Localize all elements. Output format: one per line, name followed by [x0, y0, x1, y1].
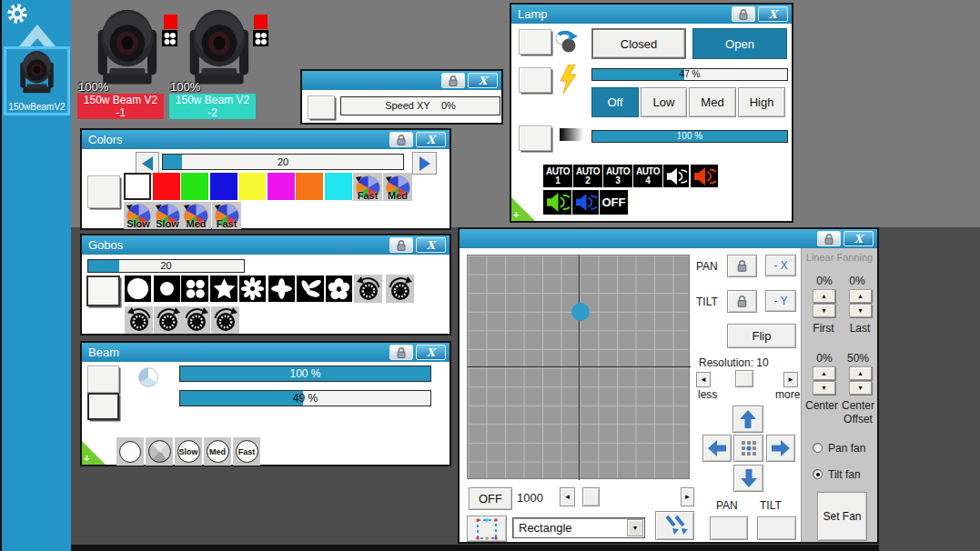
nudge-left-button[interactable] — [702, 435, 732, 462]
offset-spin-up[interactable]: ▲ — [849, 366, 872, 380]
dropdown-arrow-button[interactable]: ▼ — [627, 519, 643, 536]
prism-facet-button[interactable] — [146, 437, 173, 466]
offset-spin-down[interactable]: ▼ — [849, 381, 872, 395]
center-spin-down[interactable]: ▼ — [813, 381, 835, 395]
set-fan-button[interactable]: Set Fan — [817, 492, 867, 541]
last-spin-down[interactable]: ▼ — [849, 304, 872, 317]
strobe-high-button[interactable]: High — [738, 87, 785, 117]
speaker-red-icon[interactable] — [691, 165, 718, 187]
speaker-white-icon[interactable] — [663, 165, 689, 187]
color-swatch-orange[interactable] — [296, 173, 323, 200]
close-button[interactable]: X — [416, 345, 446, 360]
center-spin-up[interactable]: ▲ — [813, 366, 835, 380]
gobo-open-button[interactable] — [86, 276, 120, 306]
nudge-right-button[interactable] — [766, 435, 795, 462]
close-button[interactable]: X — [416, 132, 446, 147]
fixture-thumbnail[interactable]: 150wBeamV2 — [4, 46, 70, 115]
gobo-four-dots-button[interactable] — [181, 276, 208, 302]
pan-value-button[interactable] — [710, 516, 748, 540]
color-next-button[interactable] — [412, 152, 437, 175]
xy-grid[interactable] — [467, 255, 690, 479]
sound-auto-4-button[interactable]: AUTO 4 — [633, 165, 662, 187]
speaker-blue-icon[interactable] — [572, 190, 599, 215]
speed-xy-titlebar[interactable]: X — [302, 71, 501, 90]
movement-off-button[interactable]: OFF — [469, 487, 512, 510]
shutter-flash-button[interactable] — [519, 29, 551, 55]
pan-lock-button[interactable] — [727, 255, 757, 277]
prism-open-button[interactable] — [116, 437, 144, 466]
fixture-2[interactable]: 100% 150w Beam V2 -2 — [169, 4, 260, 122]
prism-med-button[interactable]: Med — [204, 437, 231, 466]
color-wheel-fast-button[interactable]: Fast — [353, 173, 382, 201]
fixture-1-name-tag[interactable]: 150w Beam V2 -1 — [77, 94, 164, 119]
minus-y-button[interactable]: - Y — [765, 290, 796, 312]
color-swatch-cyan[interactable] — [325, 173, 352, 200]
resolution-thumb[interactable] — [735, 370, 753, 387]
strobe-off-button[interactable]: Off — [591, 87, 639, 117]
fixture-2-status-color[interactable] — [254, 15, 268, 29]
strobe-slider[interactable]: 47 % — [591, 68, 788, 81]
gobo-cross-button[interactable] — [268, 276, 295, 302]
gobo-rotate-ccw-button[interactable] — [354, 275, 382, 303]
resize-handle[interactable]: + — [511, 197, 535, 221]
color-wheel-slow-ccw-button[interactable]: Slow — [124, 202, 153, 229]
pantilt-titlebar[interactable]: X — [460, 229, 877, 248]
speed-xy-flash-button[interactable] — [308, 95, 335, 119]
position-dot[interactable] — [571, 303, 590, 321]
beam-flash-button-2[interactable] — [87, 393, 119, 420]
color-scroll-slider[interactable]: 20 — [162, 154, 404, 170]
speed-right-arrow[interactable]: ► — [681, 487, 694, 506]
minus-x-button[interactable]: - X — [765, 255, 796, 276]
beam-zoom-slider[interactable]: 49 % — [179, 390, 431, 406]
close-button[interactable]: X — [416, 237, 446, 253]
fixture-2-name-tag[interactable]: 150w Beam V2 -2 — [169, 94, 256, 119]
shutter-open-button[interactable]: Open — [692, 28, 787, 59]
strobe-med-button[interactable]: Med — [689, 87, 736, 117]
color-swatch-green[interactable] — [181, 173, 208, 200]
apply-shape-button[interactable] — [655, 511, 694, 540]
speed-xy-slider[interactable]: Speed XY 0% — [340, 96, 500, 115]
lock-button[interactable] — [389, 132, 413, 147]
color-swatch-yellow[interactable] — [238, 173, 266, 200]
beam-flash-button-1[interactable] — [87, 366, 119, 393]
beam-titlebar[interactable]: Beam X — [82, 343, 450, 362]
speed-thumb[interactable] — [582, 487, 600, 506]
tilt-fan-radio[interactable] — [813, 469, 823, 479]
nudge-up-button[interactable] — [732, 406, 763, 433]
color-swatch-white[interactable] — [124, 173, 151, 200]
close-button[interactable]: X — [844, 231, 874, 246]
prism-slow-button[interactable]: Slow — [175, 437, 202, 466]
gobo-star-button[interactable] — [210, 276, 237, 302]
gobo-flower5-button[interactable] — [326, 276, 352, 302]
nudge-down-button[interactable] — [733, 465, 763, 492]
gobos-titlebar[interactable]: Gobos X — [82, 235, 450, 255]
shape-dropdown[interactable]: Rectangle ▼ — [512, 517, 645, 538]
color-swatch-magenta[interactable] — [268, 173, 295, 200]
speaker-green-icon[interactable] — [543, 190, 571, 215]
color-prev-button[interactable] — [136, 152, 159, 175]
selection-shape-button[interactable] — [467, 516, 507, 542]
color-wheel-fast2-button[interactable]: Fast — [212, 202, 241, 229]
beam-focus-slider[interactable]: 100 % — [179, 366, 431, 382]
pan-fan-radio[interactable] — [813, 443, 823, 453]
tilt-value-button[interactable] — [757, 516, 796, 540]
close-button[interactable]: X — [468, 73, 498, 88]
shutter-closed-button[interactable]: Closed — [591, 28, 686, 59]
sound-off-button[interactable]: OFF — [600, 190, 628, 215]
prism-fast-button[interactable]: Fast — [233, 437, 260, 466]
color-swatch-red[interactable] — [153, 173, 180, 200]
first-spin-up[interactable]: ▲ — [813, 289, 835, 303]
color-wheel-med-button[interactable]: Med — [383, 173, 412, 201]
gobo-circle-small-button[interactable] — [154, 276, 180, 302]
resolution-right-arrow[interactable]: ► — [783, 372, 798, 387]
gobo-ellipses3-button[interactable] — [297, 276, 324, 302]
lock-button[interactable] — [389, 345, 413, 360]
colors-titlebar[interactable]: Colors X — [82, 130, 450, 149]
lock-button[interactable] — [389, 237, 413, 253]
resize-handle[interactable]: + — [82, 441, 106, 465]
colors-flash-button[interactable] — [87, 175, 120, 208]
lamp-titlebar[interactable]: Lamp X — [511, 5, 792, 24]
flip-button[interactable]: Flip — [727, 324, 796, 348]
fixture-1[interactable]: 100% 150w Beam V2 -1 — [77, 4, 168, 122]
gobo-flower8-button[interactable] — [239, 276, 266, 302]
